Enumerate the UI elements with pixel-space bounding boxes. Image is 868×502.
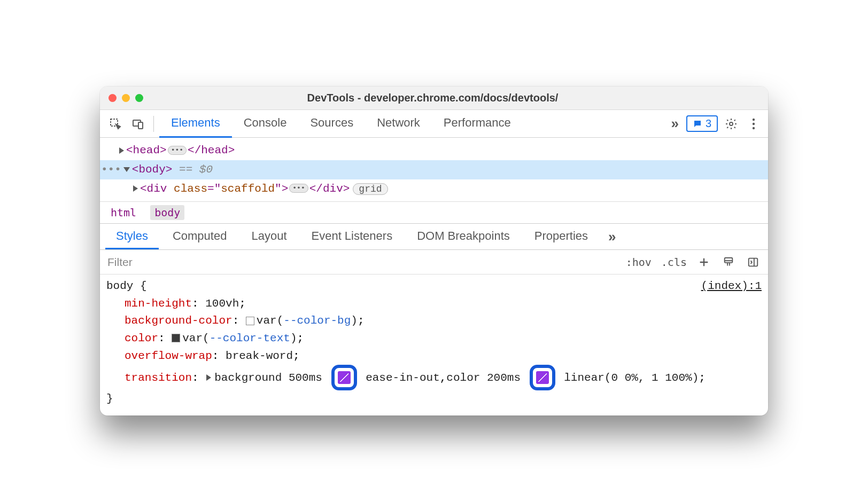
styles-panel: body { (index):1 min-height: 100vh; back… — [100, 274, 768, 415]
subtab-computed[interactable]: Computed — [162, 224, 238, 249]
styles-filter-row: :hov .cls — [100, 250, 768, 274]
subtabs-overflow-icon[interactable]: » — [605, 229, 619, 245]
subtab-dom-breakpoints[interactable]: DOM Breakpoints — [406, 224, 521, 249]
filter-tools: :hov .cls — [626, 255, 768, 270]
hover-toggle[interactable]: :hov — [626, 256, 652, 269]
css-prop-transition[interactable]: transition: background 500ms ease-in-out… — [106, 365, 762, 390]
css-prop-background-color[interactable]: background-color: var(--color-bg); — [106, 312, 762, 330]
expand-icon[interactable] — [206, 374, 211, 381]
css-source-link[interactable]: (index):1 — [701, 278, 762, 295]
dom-node-body-selected[interactable]: ••• <body> == $0 — [100, 160, 768, 179]
subtab-event-listeners[interactable]: Event Listeners — [301, 224, 404, 249]
inspect-element-icon[interactable] — [105, 114, 126, 134]
disclosure-triangle-icon[interactable] — [123, 167, 130, 172]
subtab-styles[interactable]: Styles — [105, 224, 159, 249]
color-swatch-icon[interactable] — [246, 317, 254, 325]
ellipsis-icon[interactable]: ••• — [289, 184, 308, 193]
tab-performance[interactable]: Performance — [432, 110, 523, 138]
ellipsis-icon[interactable]: ••• — [168, 146, 187, 155]
breadcrumb-html[interactable]: html — [106, 205, 141, 220]
rendering-emulations-icon[interactable] — [721, 255, 736, 270]
toolbar-right: » 3 — [668, 115, 763, 133]
device-toolbar-icon[interactable] — [128, 114, 148, 134]
svg-point-4 — [753, 119, 755, 121]
issues-count: 3 — [706, 117, 711, 130]
styles-filter-input[interactable] — [100, 250, 626, 274]
issues-icon — [693, 119, 702, 129]
tab-network[interactable]: Network — [365, 110, 432, 138]
window-title: DevTools - developer.chrome.com/docs/dev… — [106, 92, 759, 104]
easing-editor-highlight — [530, 365, 555, 390]
easing-editor-icon[interactable] — [338, 371, 351, 384]
easing-editor-highlight — [331, 365, 357, 390]
easing-editor-icon[interactable] — [536, 371, 549, 384]
dom-tree[interactable]: <head>•••</head> ••• <body> == $0 <div c… — [100, 138, 768, 201]
svg-rect-7 — [725, 258, 733, 263]
selected-node-indicator-icon: ••• — [100, 160, 121, 179]
disclosure-triangle-icon[interactable] — [119, 147, 124, 154]
tabs-overflow-icon[interactable]: » — [668, 115, 681, 132]
css-rule-close-brace: } — [106, 390, 762, 408]
toolbar-divider — [153, 116, 154, 132]
svg-rect-2 — [138, 122, 143, 129]
dom-breadcrumb: html body — [100, 201, 768, 223]
svg-point-6 — [753, 127, 755, 129]
subtab-layout[interactable]: Layout — [241, 224, 297, 249]
main-toolbar: Elements Console Sources Network Perform… — [100, 110, 768, 138]
css-prop-overflow-wrap[interactable]: overflow-wrap: break-word; — [106, 348, 762, 365]
computed-sidebar-toggle-icon[interactable] — [746, 255, 761, 270]
more-menu-icon[interactable] — [745, 115, 763, 133]
css-selector[interactable]: body — [106, 280, 133, 292]
main-tabs: Elements Console Sources Network Perform… — [159, 110, 665, 138]
tab-console[interactable]: Console — [232, 110, 299, 138]
breadcrumb-body[interactable]: body — [150, 205, 184, 220]
devtools-window: DevTools - developer.chrome.com/docs/dev… — [100, 87, 768, 415]
cls-toggle[interactable]: .cls — [661, 256, 687, 269]
window-titlebar: DevTools - developer.chrome.com/docs/dev… — [100, 87, 768, 110]
css-prop-color[interactable]: color: var(--color-text); — [106, 330, 762, 348]
tab-elements[interactable]: Elements — [159, 110, 232, 138]
color-swatch-icon[interactable] — [172, 334, 180, 342]
dom-node-div[interactable]: <div class="scaffold">•••</div>grid — [100, 179, 768, 199]
svg-point-5 — [753, 123, 755, 125]
settings-icon[interactable] — [722, 115, 740, 133]
styles-subtabs: Styles Computed Layout Event Listeners D… — [100, 223, 768, 250]
grid-badge[interactable]: grid — [353, 183, 387, 195]
svg-rect-8 — [749, 258, 758, 266]
svg-point-3 — [730, 122, 733, 126]
dom-node-head[interactable]: <head>•••</head> — [100, 141, 768, 160]
styles-rule-header: body { (index):1 — [106, 278, 762, 295]
issues-badge[interactable]: 3 — [686, 115, 718, 132]
subtab-properties[interactable]: Properties — [524, 224, 599, 249]
new-style-rule-icon[interactable] — [696, 255, 711, 270]
disclosure-triangle-icon[interactable] — [133, 185, 138, 192]
tab-sources[interactable]: Sources — [298, 110, 365, 138]
css-prop-min-height[interactable]: min-height: 100vh; — [106, 295, 762, 313]
